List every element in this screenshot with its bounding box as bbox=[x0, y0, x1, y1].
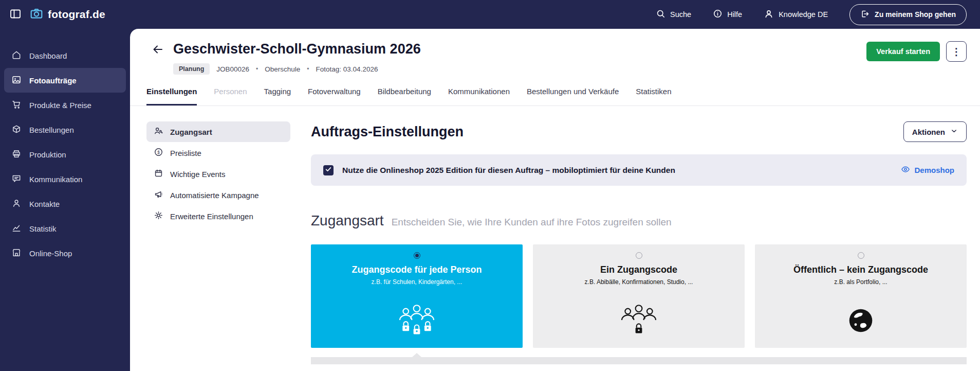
banner-text: Nutze die Onlineshop 2025 Edition für di… bbox=[342, 166, 675, 175]
sidebar-item-label: Dashboard bbox=[29, 51, 67, 60]
cart-icon bbox=[11, 99, 22, 111]
subnav-item-label: Zugangsart bbox=[170, 128, 212, 136]
subnav-item-automatisierte-kampagne[interactable]: Automatisierte Kampagne bbox=[146, 185, 290, 205]
subnav-item-erweiterte-einstellungen[interactable]: Erweiterte Einstellungen bbox=[146, 206, 290, 226]
selected-access-detail-panel bbox=[311, 357, 967, 364]
eye-icon bbox=[901, 165, 910, 175]
person-icon bbox=[764, 9, 774, 21]
tab-bestellungen-verkaeufe[interactable]: Bestellungen und Verkäufe bbox=[527, 87, 619, 105]
tab-tagging[interactable]: Tagging bbox=[264, 87, 291, 105]
more-options-button[interactable]: ⋮ bbox=[946, 41, 967, 62]
storefront-icon bbox=[11, 248, 22, 259]
actions-dropdown-button[interactable]: Aktionen bbox=[903, 121, 967, 142]
sidebar-item-label: Kommunikation bbox=[29, 175, 82, 184]
sidebar-item-produkte-preise[interactable]: Produkte & Preise bbox=[4, 93, 126, 117]
go-to-shop-label: Zu meinem Shop gehen bbox=[875, 10, 956, 19]
knowledge-link[interactable]: Knowledge DE bbox=[764, 9, 828, 21]
arrow-left-icon bbox=[152, 49, 164, 57]
person-key-icon bbox=[154, 126, 163, 137]
meta-separator: • bbox=[307, 65, 309, 73]
sidebar-item-label: Online-Shop bbox=[29, 249, 72, 258]
onlineshop-edition-checkbox[interactable] bbox=[323, 165, 334, 175]
brand-name: fotograf.de bbox=[48, 8, 105, 21]
sidebar-item-label: Bestellungen bbox=[29, 126, 74, 134]
photo-day: Fototag: 03.04.2026 bbox=[316, 65, 378, 73]
access-card-code-per-person[interactable]: Zugangscode für jede Person z.B. für Sch… bbox=[311, 244, 523, 348]
page-title: Geschwister-Scholl-Gymnasium 2026 bbox=[173, 41, 421, 57]
tab-einstellungen[interactable]: Einstellungen bbox=[146, 87, 197, 105]
sidebar-item-bestellungen[interactable]: Bestellungen bbox=[4, 117, 126, 142]
sidebar-toggle-button[interactable] bbox=[9, 8, 22, 22]
access-card-title: Ein Zugangscode bbox=[600, 264, 677, 275]
access-card-subtitle: z.B. Abibälle, Konfirmationen, Studio, .… bbox=[585, 278, 693, 286]
radio-single-code[interactable] bbox=[636, 252, 642, 259]
job-meta-row: Planung JOB00026 • Oberschule • Fototag:… bbox=[173, 63, 421, 75]
sidebar-item-online-shop[interactable]: Online-Shop bbox=[4, 241, 126, 266]
help-link[interactable]: Hilfe bbox=[713, 9, 742, 20]
radio-code-per-person[interactable] bbox=[414, 252, 420, 259]
content-area: Geschwister-Scholl-Gymnasium 2026 Planun… bbox=[130, 29, 980, 371]
topbar-nav: Suche Hilfe Knowledge DE Zu meinem Shop … bbox=[656, 4, 967, 25]
svg-text:$: $ bbox=[157, 150, 160, 155]
search-icon bbox=[656, 9, 665, 20]
access-card-single-code[interactable]: Ein Zugangscode z.B. Abibälle, Konfirmat… bbox=[533, 244, 745, 348]
tab-fotoverwaltung[interactable]: Fotoverwaltung bbox=[308, 87, 361, 105]
sidebar-item-statistik[interactable]: Statistik bbox=[4, 216, 126, 241]
actions-dropdown-label: Aktionen bbox=[912, 128, 945, 136]
sidebar-item-kommunikation[interactable]: Kommunikation bbox=[4, 167, 126, 191]
job-number: JOB00026 bbox=[216, 65, 249, 73]
settings-subnav: Zugangsart $ Preisliste Wichtige Events … bbox=[146, 121, 290, 371]
tab-personen[interactable]: Personen bbox=[214, 87, 247, 105]
home-icon bbox=[11, 50, 22, 62]
external-link-icon bbox=[860, 9, 870, 20]
photo-jobs-icon bbox=[11, 75, 22, 86]
sidebar-item-label: Kontakte bbox=[29, 200, 60, 208]
radio-public[interactable] bbox=[858, 252, 864, 259]
settings-heading: Auftrags-Einstellungen bbox=[311, 124, 464, 140]
sidebar-item-label: Fotoaufträge bbox=[29, 76, 77, 85]
onlineshop-edition-banner: Nutze die Onlineshop 2025 Edition für di… bbox=[311, 154, 967, 186]
tab-statistiken[interactable]: Statistiken bbox=[636, 87, 671, 105]
subnav-item-label: Automatisierte Kampagne bbox=[170, 191, 259, 200]
subnav-item-label: Preisliste bbox=[170, 149, 201, 157]
group-locks-icon bbox=[392, 293, 441, 348]
camera-logo-icon bbox=[30, 7, 43, 22]
subnav-item-zugangsart[interactable]: Zugangsart bbox=[146, 121, 290, 142]
person-icon bbox=[11, 198, 22, 210]
access-type-cards: Zugangscode für jede Person z.B. für Sch… bbox=[311, 244, 967, 348]
access-type-title: Zugangsart bbox=[311, 213, 384, 229]
tab-bildbearbeitung[interactable]: Bildbearbeitung bbox=[378, 87, 431, 105]
search-link[interactable]: Suche bbox=[656, 9, 691, 20]
access-type-section-header: Zugangsart Entscheiden Sie, wie Ihre Kun… bbox=[311, 213, 967, 229]
access-card-public[interactable]: Öffentlich – kein Zugangscode z.B. als P… bbox=[755, 244, 967, 348]
sidebar-item-kontakte[interactable]: Kontakte bbox=[4, 191, 126, 216]
go-to-shop-button[interactable]: Zu meinem Shop gehen bbox=[849, 4, 967, 25]
tab-kommunikationen[interactable]: Kommunikationen bbox=[448, 87, 510, 105]
sidebar-item-dashboard[interactable]: Dashboard bbox=[4, 43, 126, 68]
back-button[interactable] bbox=[152, 43, 164, 57]
sidebar-item-fotoauftraege[interactable]: Fotoaufträge bbox=[4, 68, 126, 93]
demoshop-link[interactable]: Demoshop bbox=[901, 165, 954, 175]
subnav-item-label: Wichtige Events bbox=[170, 170, 226, 179]
settings-main-panel: Auftrags-Einstellungen Aktionen Nutze di… bbox=[311, 121, 967, 371]
job-tabs: Einstellungen Personen Tagging Fotoverwa… bbox=[130, 87, 980, 106]
info-icon bbox=[713, 9, 723, 20]
access-type-subtitle: Entscheiden Sie, wie Ihre Kunden auf ihr… bbox=[392, 217, 672, 228]
help-label: Hilfe bbox=[727, 10, 742, 19]
sidebar-item-label: Produkte & Preise bbox=[29, 101, 91, 110]
subnav-item-preisliste[interactable]: $ Preisliste bbox=[146, 143, 290, 163]
subnav-item-wichtige-events[interactable]: Wichtige Events bbox=[146, 164, 290, 184]
page-header: Geschwister-Scholl-Gymnasium 2026 Planun… bbox=[130, 29, 980, 75]
chevron-down-icon bbox=[950, 127, 958, 136]
demoshop-label: Demoshop bbox=[914, 166, 954, 174]
sidebar-item-produktion[interactable]: Produktion bbox=[4, 142, 126, 167]
check-icon bbox=[325, 166, 332, 175]
sidebar: Dashboard Fotoaufträge Produkte & Preise… bbox=[0, 29, 130, 371]
price-circle-icon: $ bbox=[154, 147, 163, 158]
brand-logo[interactable]: fotograf.de bbox=[30, 7, 105, 22]
access-card-subtitle: z.B. als Portfolio, ... bbox=[834, 278, 887, 286]
start-sale-button[interactable]: Verkauf starten bbox=[866, 42, 940, 61]
chart-icon bbox=[11, 223, 22, 235]
sidebar-item-label: Statistik bbox=[29, 224, 57, 233]
access-card-title: Zugangscode für jede Person bbox=[352, 264, 482, 275]
